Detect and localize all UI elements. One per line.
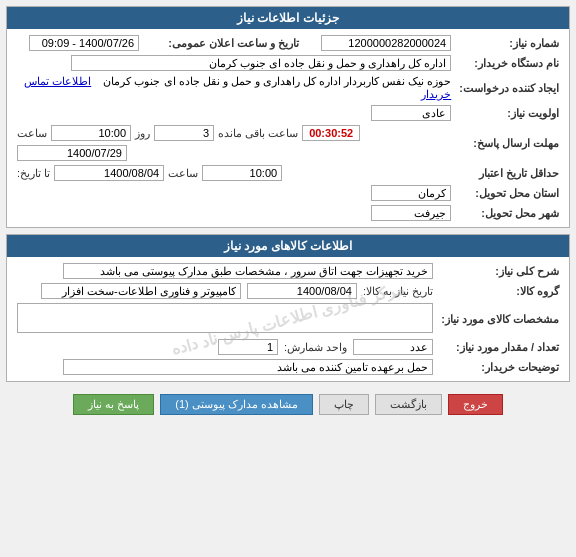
request-creation-value: حوزه نیک نفس کاربردار اداره کل راهداری و… (13, 73, 455, 103)
delivery-province-value (13, 183, 455, 203)
validity-time-label: ساعت (168, 167, 198, 180)
button-bar: خروج بازگشت چاپ مشاهده مدارک پیوستی (1) … (6, 388, 570, 417)
label-priority: اولویت نیاز: (455, 103, 563, 123)
need-info-header: جزئیات اطلاعات نیاز (7, 7, 569, 29)
delivery-province-input[interactable] (371, 185, 451, 201)
delivery-city-input[interactable] (371, 205, 451, 221)
goods-date-input[interactable] (247, 283, 357, 299)
request-creation-text: حوزه نیک نفس کاربردار اداره کل راهداری و… (103, 75, 451, 87)
goods-detail-textarea[interactable] (17, 303, 433, 333)
validity-label: تا تاریخ: (17, 167, 50, 180)
days-input[interactable] (154, 125, 214, 141)
validity-time-input[interactable] (202, 165, 282, 181)
buyer-org-value (13, 53, 455, 73)
label-description: توضیحات خریدار: (437, 357, 563, 377)
exit-button[interactable]: خروج (448, 394, 503, 415)
need-info-section: جزئیات اطلاعات نیاز شماره نیاز: تاریخ و … (6, 6, 570, 228)
date-time-value (13, 33, 143, 53)
label-delivery-province: استان محل تحویل: (455, 183, 563, 203)
goods-date-label: تاریخ نیاز به کالا: (363, 285, 433, 298)
label-need-number: شماره نیاز: (455, 33, 563, 53)
description-value (13, 357, 437, 377)
back-button[interactable]: بازگشت (375, 394, 442, 415)
send-time-label: ساعت (17, 127, 47, 140)
print-button[interactable]: چاپ (319, 394, 369, 415)
goods-group-value: تاریخ نیاز به کالا: (13, 281, 437, 301)
label-date-time: تاریخ و ساعت اعلان عمومی: (143, 33, 303, 53)
priority-value (13, 103, 455, 123)
general-type-input[interactable] (63, 263, 433, 279)
date-time-input[interactable] (29, 35, 139, 51)
label-request-creation: ایجاد کننده درخواست: (455, 73, 563, 103)
label-delivery-city: شهر محل تحویل: (455, 203, 563, 223)
label-general-type: شرح کلی نیاز: (437, 261, 563, 281)
send-deadline-value: 00:30:52 ساعت باقی مانده روز ساعت (13, 123, 455, 163)
send-time-input[interactable] (51, 125, 131, 141)
timer-display: 00:30:52 (302, 125, 360, 141)
label-goods-group: گروه کالا: (437, 281, 563, 301)
need-info-title: جزئیات اطلاعات نیاز (237, 11, 339, 25)
need-number-input[interactable] (321, 35, 451, 51)
need-info-table: شماره نیاز: تاریخ و ساعت اعلان عمومی: نا… (13, 33, 563, 223)
respond-button[interactable]: پاسخ به نیاز (73, 394, 154, 415)
description-input[interactable] (63, 359, 433, 375)
label-validity-date: حداقل تاریخ اعتبار (455, 163, 563, 183)
label-quantity: تعداد / مقدار مورد نیاز: (437, 337, 563, 357)
goods-info-section: اطلاعات کالاهای مورد نیاز مرکز فناوری اط… (6, 234, 570, 382)
label-send-deadline: مهلت ارسال پاسخ: (455, 123, 563, 163)
need-number-value (303, 33, 455, 53)
days-label: روز (135, 127, 150, 140)
unit-label: واحد شمارش: (284, 341, 347, 354)
goods-info-header: اطلاعات کالاهای مورد نیاز (7, 235, 569, 257)
goods-info-title: اطلاعات کالاهای مورد نیاز (224, 239, 352, 253)
priority-input[interactable] (371, 105, 451, 121)
goods-group-input[interactable] (41, 283, 241, 299)
send-date-input[interactable] (17, 145, 127, 161)
view-docs-button[interactable]: مشاهده مدارک پیوستی (1) (160, 394, 313, 415)
label-goods-detail: مشخصات کالای مورد نیاز: (437, 301, 563, 337)
general-type-value (13, 261, 437, 281)
goods-table: شرح کلی نیاز: گروه کالا: تاریخ نیاز به ک… (13, 261, 563, 377)
label-buyer-org: نام دستگاه خریدار: (455, 53, 563, 73)
buyer-org-input[interactable] (71, 55, 451, 71)
unit-input[interactable] (353, 339, 433, 355)
goods-detail-value (13, 301, 437, 337)
remaining-label: ساعت باقی مانده (218, 127, 298, 140)
quantity-value: واحد شمارش: (13, 337, 437, 357)
validity-value: ساعت تا تاریخ: (13, 163, 455, 183)
quantity-input[interactable] (218, 339, 278, 355)
delivery-city-value (13, 203, 455, 223)
validity-date-input[interactable] (54, 165, 164, 181)
